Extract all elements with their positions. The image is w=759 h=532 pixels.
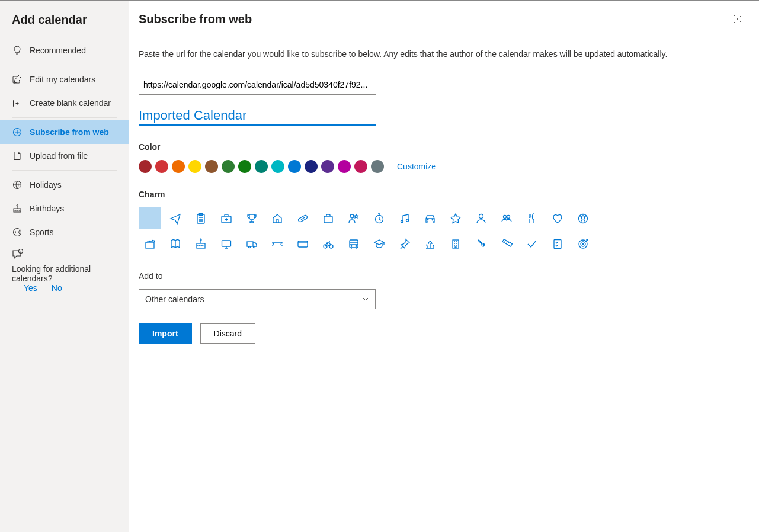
svg-point-21 — [507, 215, 510, 218]
color-swatch[interactable] — [188, 160, 201, 173]
button-row: Import Discard — [139, 323, 750, 344]
charm-target-icon[interactable] — [572, 233, 594, 255]
charm-truck-icon[interactable] — [241, 233, 262, 255]
customize-link[interactable]: Customize — [397, 162, 436, 171]
charm-pill-icon[interactable] — [292, 207, 313, 229]
addto-dropdown[interactable]: Other calendars — [139, 289, 376, 309]
sidebar-item-birthdays[interactable]: Birthdays — [0, 197, 129, 220]
sidebar-item-edit-calendars[interactable]: Edit my calendars — [0, 68, 129, 91]
charm-firstaid-icon[interactable] — [215, 207, 237, 229]
svg-point-28 — [253, 246, 255, 248]
sidebar-item-label: Recommended — [30, 46, 86, 55]
sidebar-item-label: Birthdays — [30, 204, 64, 213]
main-panel: Subscribe from web Paste the url for the… — [129, 1, 759, 532]
edit-calendar-icon — [12, 74, 23, 85]
color-swatch[interactable] — [338, 160, 351, 173]
svg-point-34 — [356, 245, 357, 246]
svg-rect-29 — [298, 241, 308, 247]
color-swatch[interactable] — [139, 160, 152, 173]
sidebar-item-label: Upload from file — [30, 151, 88, 161]
color-swatch[interactable] — [155, 160, 168, 173]
color-swatch[interactable] — [288, 160, 301, 173]
charm-lawn-icon[interactable] — [419, 233, 441, 255]
charm-monitor-icon[interactable] — [215, 233, 237, 255]
color-swatch[interactable] — [205, 160, 218, 173]
import-button[interactable]: Import — [139, 323, 192, 344]
discard-button[interactable]: Discard — [200, 323, 255, 344]
divider — [12, 65, 117, 65]
charm-creditcard-icon[interactable] — [292, 233, 313, 255]
color-swatch[interactable] — [172, 160, 185, 173]
charm-people-icon[interactable] — [495, 207, 517, 229]
charm-ticket-icon[interactable] — [266, 233, 288, 255]
calendar-url-input[interactable] — [139, 75, 376, 95]
svg-point-27 — [248, 246, 250, 248]
svg-text:1: 1 — [20, 250, 22, 254]
charm-graduation-icon[interactable] — [368, 233, 390, 255]
charm-bus-icon[interactable] — [342, 233, 364, 255]
charm-none[interactable] — [139, 207, 161, 229]
close-button[interactable] — [731, 12, 745, 26]
birthday-icon — [12, 203, 23, 214]
feedback-icon: 1 — [12, 249, 24, 261]
charm-music-icon[interactable] — [393, 207, 415, 229]
charm-food-icon[interactable] — [521, 207, 543, 229]
addto-label: Add to — [139, 271, 750, 281]
charm-heart-icon[interactable] — [546, 207, 568, 229]
charm-wrench-icon[interactable] — [470, 233, 492, 255]
prompt-no-link[interactable]: No — [52, 283, 62, 293]
charm-book-icon[interactable] — [164, 233, 186, 255]
svg-point-40 — [582, 243, 584, 245]
sidebar-item-sports[interactable]: Sports — [0, 220, 129, 244]
charm-trophy-icon[interactable] — [241, 207, 262, 229]
charm-clipboard-icon[interactable] — [190, 207, 212, 229]
charm-briefcase-icon[interactable] — [317, 207, 339, 229]
color-swatch[interactable] — [321, 160, 334, 173]
svg-rect-12 — [324, 216, 332, 223]
svg-point-33 — [351, 245, 352, 246]
charm-clapper-icon[interactable] — [139, 233, 161, 255]
charm-cake-icon[interactable] — [190, 233, 212, 255]
charm-person-icon[interactable] — [470, 207, 492, 229]
svg-rect-24 — [197, 243, 205, 248]
color-swatch[interactable] — [238, 160, 251, 173]
svg-point-16 — [406, 219, 408, 222]
charm-star-icon[interactable] — [444, 207, 466, 229]
charm-bicycle-icon[interactable] — [317, 233, 339, 255]
sidebar-item-create-blank[interactable]: Create blank calendar — [0, 91, 129, 115]
sidebar-item-upload-file[interactable]: Upload from file — [0, 144, 129, 168]
charm-car-icon[interactable] — [419, 207, 441, 229]
sidebar-title: Add calendar — [0, 11, 129, 39]
sports-icon — [12, 227, 23, 238]
color-swatch[interactable] — [255, 160, 268, 173]
color-swatch[interactable] — [305, 160, 318, 173]
charm-person-star-icon[interactable] — [342, 207, 364, 229]
color-swatch[interactable] — [354, 160, 367, 173]
prompt-yes-link[interactable]: Yes — [24, 283, 37, 293]
sidebar: Add calendar Recommended Edit my calenda… — [0, 1, 129, 532]
charm-checkmark-icon[interactable] — [521, 233, 543, 255]
upload-file-icon — [12, 150, 23, 161]
charm-checklist-icon[interactable] — [546, 233, 568, 255]
calendar-name-input[interactable] — [139, 105, 376, 126]
lightbulb-icon — [12, 45, 23, 56]
charm-building-icon[interactable] — [444, 233, 466, 255]
charm-picker — [139, 207, 750, 255]
divider — [12, 170, 117, 171]
sidebar-item-recommended[interactable]: Recommended — [0, 39, 129, 62]
charm-home-icon[interactable] — [266, 207, 288, 229]
color-picker: Customize — [139, 160, 750, 173]
charm-soccer-icon[interactable] — [572, 207, 594, 229]
divider — [12, 117, 117, 118]
charm-pin-icon[interactable] — [393, 233, 415, 255]
charm-ruler-icon[interactable] — [495, 233, 517, 255]
sidebar-item-label: Sports — [30, 227, 53, 237]
sidebar-item-subscribe-web[interactable]: Subscribe from web — [0, 120, 129, 144]
color-swatch[interactable] — [222, 160, 235, 173]
charm-stopwatch-icon[interactable] — [368, 207, 390, 229]
color-swatch[interactable] — [371, 160, 384, 173]
svg-point-18 — [432, 219, 433, 220]
sidebar-item-holidays[interactable]: Holidays — [0, 173, 129, 197]
charm-airplane-icon[interactable] — [164, 207, 186, 229]
color-swatch[interactable] — [271, 160, 284, 173]
